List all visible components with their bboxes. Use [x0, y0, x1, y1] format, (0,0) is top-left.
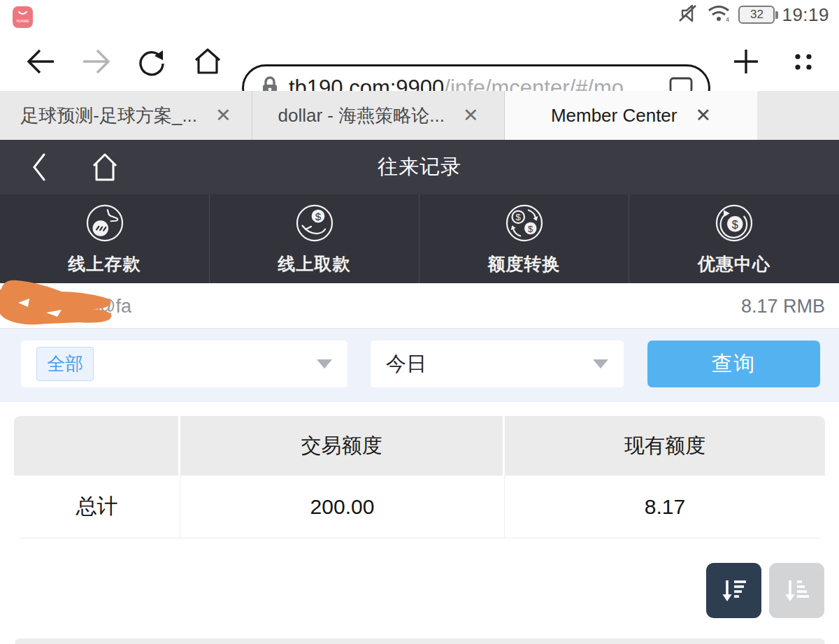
nav-back-icon[interactable] — [24, 151, 55, 183]
header-current-amount: 现有额度 — [505, 416, 825, 475]
menu-icon[interactable] — [786, 44, 821, 79]
action-label: 线上取款 — [278, 252, 351, 276]
withdraw-icon: $ — [294, 202, 336, 247]
chevron-down-icon — [317, 359, 332, 368]
home-icon[interactable] — [190, 44, 225, 79]
sort-descending-button[interactable] — [706, 563, 761, 618]
transfer-icon: $ $ — [503, 202, 545, 247]
deposit-icon — [84, 202, 126, 247]
action-grid: 线上存款 $ 线上取款 $ $ — [0, 194, 839, 283]
status-bar: HUAWEI 4 32 19:19 — [0, 0, 839, 31]
table-row: 总计 200.00 8.17 — [14, 475, 825, 538]
svg-text:4: 4 — [726, 16, 729, 23]
svg-text:$: $ — [528, 224, 533, 234]
tab-title: Member Center — [551, 105, 677, 127]
promo-icon: $ — [713, 202, 755, 247]
page-nav: 往来记录 — [0, 140, 839, 194]
tab-football[interactable]: 足球预测-足球方案_... ✕ — [0, 91, 252, 140]
redaction-scribble — [0, 278, 137, 332]
cell-total-label: 总计 — [14, 475, 180, 538]
sort-ascending-icon — [781, 575, 813, 607]
sort-ascending-button[interactable] — [769, 563, 824, 618]
tab-dollar[interactable]: dollar - 海燕策略论... ✕ — [252, 91, 505, 140]
type-select[interactable]: 全部 — [21, 341, 347, 387]
sort-controls — [706, 563, 824, 618]
nav-home-icon[interactable] — [87, 150, 122, 185]
sort-descending-icon — [718, 575, 750, 607]
query-button[interactable]: 查询 — [647, 341, 820, 387]
table-header-row: 交易额度 现有额度 — [14, 416, 825, 475]
next-table-header-peek — [15, 638, 825, 644]
summary-table: 交易额度 现有额度 总计 200.00 8.17 — [14, 416, 825, 538]
wifi-icon: 4 — [706, 3, 731, 27]
forward-icon[interactable] — [78, 44, 113, 79]
tab-close-icon[interactable]: ✕ — [215, 106, 231, 125]
action-withdraw[interactable]: $ 线上取款 — [210, 194, 420, 283]
header-trade-amount: 交易额度 — [180, 416, 505, 475]
action-label: 优惠中心 — [698, 252, 770, 276]
svg-text:$: $ — [732, 218, 738, 231]
battery-icon: 32 — [738, 6, 775, 24]
new-tab-icon[interactable] — [729, 44, 763, 79]
clock-text: 19:19 — [782, 4, 829, 26]
tab-close-icon[interactable]: ✕ — [696, 106, 712, 125]
cell-current-amount: 8.17 — [505, 475, 825, 538]
tab-close-icon[interactable]: ✕ — [463, 106, 479, 125]
cell-trade-amount: 200.00 — [180, 475, 505, 538]
action-promo[interactable]: $ 优惠中心 — [629, 194, 839, 283]
action-label: 额度转换 — [488, 252, 561, 276]
browser-toolbar: tb190.com:9900/infe/mcenter/#/mo — [0, 31, 839, 91]
tab-strip: 足球预测-足球方案_... ✕ dollar - 海燕策略论... ✕ Memb… — [0, 91, 839, 140]
back-icon[interactable] — [24, 44, 59, 79]
action-deposit[interactable]: 线上存款 — [0, 194, 210, 283]
tab-title: 足球预测-足球方案_... — [20, 103, 197, 128]
page-title: 往来记录 — [0, 140, 839, 194]
filter-bar: 全部 今日 查询 — [0, 329, 839, 402]
tab-member-center[interactable]: Member Center ✕ — [505, 91, 757, 140]
action-transfer[interactable]: $ $ 额度转换 — [420, 194, 629, 283]
appgallery-icon: HUAWEI — [13, 6, 33, 28]
date-select[interactable]: 今日 — [371, 341, 624, 387]
svg-text:$: $ — [315, 210, 321, 222]
mute-icon — [677, 3, 699, 27]
account-balance: 8.17 RMB — [741, 296, 825, 317]
tab-title: dollar - 海燕策略论... — [278, 103, 445, 128]
chevron-down-icon — [593, 359, 608, 368]
type-chip: 全部 — [36, 347, 94, 381]
action-label: 线上存款 — [69, 252, 141, 276]
screen: HUAWEI 4 32 19:19 — [0, 0, 839, 644]
account-row: @fa 8.17 RMB — [0, 283, 839, 329]
svg-text:$: $ — [515, 212, 521, 222]
header-empty — [14, 416, 180, 475]
reload-icon[interactable] — [134, 44, 169, 79]
date-value: 今日 — [386, 350, 426, 378]
battery-percent: 32 — [750, 8, 763, 22]
svg-text:HUAWEI: HUAWEI — [17, 20, 29, 23]
